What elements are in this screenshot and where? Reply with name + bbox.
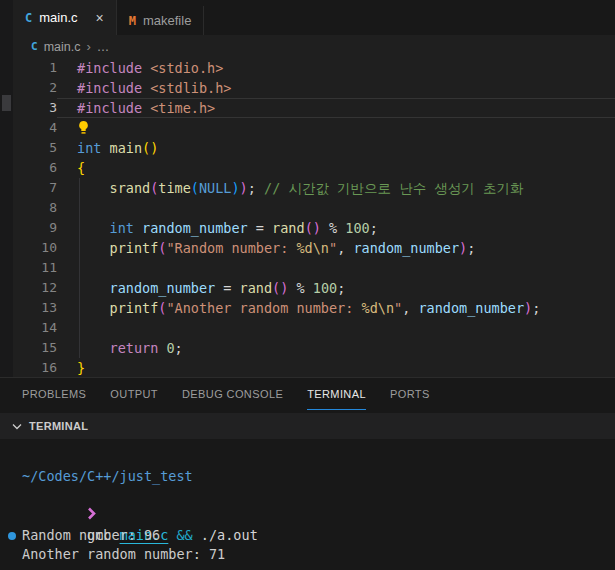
code-token: ( — [191, 180, 199, 196]
sidebar-scrollbar-thumb[interactable] — [2, 95, 11, 111]
line-number: 13 — [13, 298, 57, 318]
line-number: 4 — [13, 118, 57, 138]
panel-tab-output[interactable]: OUTPUT — [110, 378, 158, 410]
code-token: ) — [459, 240, 467, 256]
code-token: random_number — [110, 280, 216, 296]
code-line-content[interactable]: int main() — [57, 138, 615, 158]
code-token: random_number — [418, 300, 524, 316]
command-decoration-dot[interactable] — [8, 532, 16, 540]
code-line-content[interactable]: #include <stdlib.h> — [57, 78, 615, 98]
code-line[interactable]: 15 return 0; — [13, 338, 615, 358]
lightbulb-icon[interactable] — [77, 120, 90, 135]
terminal-section-header[interactable]: TERMINAL — [0, 413, 615, 439]
code-token: ; — [337, 280, 345, 296]
panel-tab-debug-console[interactable]: DEBUG CONSOLE — [182, 378, 283, 410]
code-line-content[interactable] — [57, 118, 615, 138]
c-file-icon: C — [31, 40, 38, 53]
panel-tab-terminal[interactable]: TERMINAL — [307, 378, 366, 410]
terminal-prompt — [22, 487, 615, 507]
line-number: 10 — [13, 238, 57, 258]
code-token: #include — [77, 60, 150, 76]
code-line-content[interactable] — [57, 198, 615, 218]
code-line-content[interactable] — [57, 258, 615, 278]
breadcrumb-symbol-ellipsis[interactable]: … — [97, 40, 110, 54]
tab-main-c[interactable]: C main.c × — [13, 0, 117, 35]
code-token: int — [77, 140, 101, 156]
terminal-output[interactable]: ~/Codes/C++/just_test gcc main.c && ./a.… — [0, 439, 615, 565]
code-token: ) — [240, 180, 248, 196]
code-token: ; — [175, 340, 183, 356]
panel-tab-ports[interactable]: PORTS — [390, 378, 430, 410]
code-token: { — [77, 160, 85, 176]
code-token — [101, 140, 109, 156]
code-line[interactable]: 10 printf("Random number: %d\n", random_… — [13, 238, 615, 258]
code-line-content[interactable]: return 0; — [57, 338, 615, 358]
code-line-content[interactable]: int random_number = rand() % 100; — [57, 218, 615, 238]
code-token: #include — [77, 80, 150, 96]
code-line-content[interactable]: printf("Another random number: %d\n", ra… — [57, 298, 615, 318]
code-line[interactable]: 14 — [13, 318, 615, 338]
code-line-content[interactable]: srand(time(NULL)); // 시간값 기반으로 난수 생성기 초기… — [57, 178, 615, 198]
chevron-right-icon: › — [86, 39, 90, 54]
code-token: <stdio.h> — [150, 60, 223, 76]
line-number: 15 — [13, 338, 57, 358]
code-line-content[interactable]: #include <time.h> — [57, 98, 615, 118]
code-token: " — [329, 240, 337, 256]
code-token: "Random number: — [166, 240, 296, 256]
code-line-content[interactable]: random_number = rand() % 100; — [57, 278, 615, 298]
prompt-chevron-icon — [87, 507, 96, 520]
chevron-down-icon — [12, 423, 22, 430]
code-token — [77, 300, 110, 316]
code-line[interactable]: 12 random_number = rand() % 100; — [13, 278, 615, 298]
code-token: % — [321, 220, 345, 236]
code-token: = — [248, 220, 272, 236]
panel-tab-problems[interactable]: PROBLEMS — [22, 378, 86, 410]
code-line-content[interactable]: { — [57, 158, 615, 178]
code-token: () — [305, 220, 321, 236]
code-token — [77, 180, 110, 196]
tab-makefile[interactable]: M makefile — [117, 6, 205, 35]
code-line[interactable]: 13 printf("Another random number: %d\n",… — [13, 298, 615, 318]
code-token — [77, 220, 110, 236]
code-line[interactable]: 2#include <stdlib.h> — [13, 78, 615, 98]
code-token: ) — [231, 180, 239, 196]
code-token: rand — [240, 280, 273, 296]
code-token: "Another random number: — [166, 300, 361, 316]
code-line[interactable]: 9 int random_number = rand() % 100; — [13, 218, 615, 238]
code-token — [134, 220, 142, 236]
code-line-content[interactable]: } — [57, 358, 615, 378]
code-line-content[interactable]: printf("Random number: %d\n", random_num… — [57, 238, 615, 258]
code-token: <time.h> — [150, 100, 215, 116]
terminal-output-line: Random number: 96 — [22, 526, 615, 546]
code-line[interactable]: 1#include <stdio.h> — [13, 58, 615, 78]
code-editor[interactable]: 1#include <stdio.h>2#include <stdlib.h>3… — [13, 58, 615, 377]
code-line-content[interactable] — [57, 318, 615, 338]
code-line[interactable]: 7 srand(time(NULL)); // 시간값 기반으로 난수 생성기 … — [13, 178, 615, 198]
code-line[interactable]: 6{ — [13, 158, 615, 178]
code-line[interactable]: 16} — [13, 358, 615, 378]
code-token: random_number — [142, 220, 248, 236]
editor-tab-bar: C main.c × M makefile — [0, 0, 615, 35]
code-token — [77, 280, 110, 296]
code-line[interactable]: 5int main() — [13, 138, 615, 158]
code-line-content[interactable]: #include <stdio.h> — [57, 58, 615, 78]
code-line[interactable]: 4 — [13, 118, 615, 138]
code-token: ; — [248, 180, 264, 196]
sidebar-edge — [0, 0, 13, 377]
code-token: <stdlib.h> — [150, 80, 231, 96]
code-token: () — [142, 140, 158, 156]
code-line[interactable]: 8 — [13, 198, 615, 218]
code-line[interactable]: 3#include <time.h> — [13, 98, 615, 118]
line-number: 3 — [13, 98, 57, 118]
line-number: 12 — [13, 278, 57, 298]
code-line[interactable]: 11 — [13, 258, 615, 278]
line-number: 7 — [13, 178, 57, 198]
code-token: 0 — [166, 340, 174, 356]
breadcrumb-file[interactable]: main.c — [44, 40, 81, 54]
code-token: NULL — [199, 180, 232, 196]
code-token: ; — [532, 300, 540, 316]
code-token: %d\n — [296, 240, 329, 256]
code-token — [77, 340, 110, 356]
code-token: () — [272, 280, 288, 296]
close-icon[interactable]: × — [96, 10, 104, 26]
